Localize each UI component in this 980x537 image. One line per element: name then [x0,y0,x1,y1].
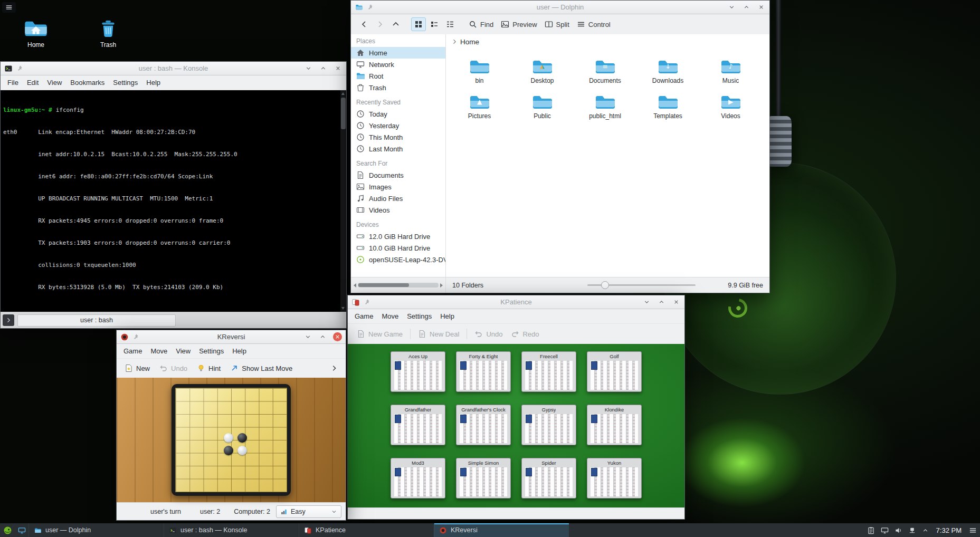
konsole-titlebar[interactable]: user : bash — Konsole [1,62,346,75]
terminal-output[interactable]: linux-gm5u:~ #ifconfig eth0 Link encap:E… [1,90,346,312]
reversi-board[interactable] [172,384,291,496]
tray-expander-icon[interactable] [922,527,929,534]
app-launcher-button[interactable] [0,523,15,537]
clipboard-icon[interactable] [867,526,875,534]
folder-bin[interactable]: bin [448,59,511,94]
desktop-icon-home[interactable]: Home [15,19,56,49]
folder-grid[interactable]: bin Desktop ≡Documents ↓Downloads ♪Music… [446,49,769,277]
menu-bookmarks[interactable]: Bookmarks [66,76,109,89]
new-deal-button[interactable]: New Deal [414,327,463,341]
taskbar-task-konsole[interactable]: user : bash — Konsole [164,523,299,537]
minimize-button[interactable] [642,298,651,306]
menu-file[interactable]: File [3,76,23,89]
up-button[interactable] [388,17,404,31]
search-documents[interactable]: Documents [351,169,445,181]
places-root[interactable]: Root [351,70,445,82]
menu-settings[interactable]: Settings [195,345,228,357]
folder-videos[interactable]: ▶Videos [699,94,762,129]
menu-game[interactable]: Game [119,345,146,357]
maximize-button[interactable] [318,332,327,341]
close-button[interactable] [757,3,766,12]
breadcrumb-home[interactable]: Home [460,38,479,46]
menu-settings[interactable]: Settings [403,310,436,322]
new-button[interactable]: New [121,361,154,375]
menu-settings[interactable]: Settings [109,76,142,89]
menu-edit[interactable]: Edit [23,76,43,89]
game-tile-freecell[interactable]: Freecell [521,351,576,392]
icons-view-button[interactable] [411,17,426,31]
game-tile-grandfathers-clock[interactable]: Grandfather's Clock [456,405,511,445]
new-game-button[interactable]: New Game [353,327,406,341]
hint-button[interactable]: Hint [193,361,224,375]
show-desktop-button[interactable] [15,523,28,537]
pin-icon[interactable] [364,299,371,306]
scrollbar-thumb[interactable] [358,283,409,287]
scroll-right-arrow[interactable] [440,283,443,287]
forward-button[interactable] [372,17,388,31]
scroll-up-arrow[interactable] [341,92,345,95]
pin-icon[interactable] [16,65,24,72]
folder-music[interactable]: ♪Music [699,59,762,94]
zoom-slider-handle[interactable] [601,281,609,289]
find-button[interactable]: Find [465,17,497,31]
desktop-icon-trash[interactable]: Trash [88,19,129,49]
desktop-toolbox-icon[interactable] [2,2,16,13]
menu-view[interactable]: View [43,76,66,89]
konsole-tab[interactable]: user : bash [17,314,176,327]
breadcrumb[interactable]: Home [446,34,769,49]
menu-help[interactable]: Help [228,345,251,357]
minimize-button[interactable] [727,3,736,12]
folder-public[interactable]: Public [511,94,574,129]
details-view-button[interactable] [443,17,458,31]
minimize-button[interactable] [303,332,312,341]
places-trash[interactable]: Trash [351,82,445,93]
search-videos[interactable]: Videos [351,204,445,216]
folder-public-html[interactable]: public_html [574,94,636,129]
game-tile-simple-simon[interactable]: Simple Simon [456,458,511,498]
split-button[interactable]: Split [541,17,573,31]
places-home[interactable]: Home [351,47,445,59]
volume-icon[interactable] [895,526,902,534]
places-network[interactable]: Network [351,59,445,70]
close-button[interactable] [333,332,342,341]
close-button[interactable] [672,298,681,306]
control-button[interactable]: Control [573,17,614,31]
minimize-button[interactable] [304,64,313,73]
game-tile-mod3[interactable]: Mod3 [391,458,445,498]
scroll-down-arrow[interactable] [341,307,345,310]
recent-last-month[interactable]: Last Month [351,143,445,155]
undo-button[interactable]: Undo [156,361,191,375]
game-tile-yukon[interactable]: Yukon [587,458,642,498]
search-audio-files[interactable]: Audio Files [351,193,445,204]
menu-move[interactable]: Move [146,345,172,357]
game-tile-gypsy[interactable]: Gypsy [521,405,576,445]
folder-pictures[interactable]: ▲Pictures [448,94,511,129]
menu-move[interactable]: Move [377,310,403,322]
folder-downloads[interactable]: ↓Downloads [636,59,699,94]
zoom-slider[interactable] [587,277,696,293]
search-images[interactable]: Images [351,181,445,193]
menu-view[interactable]: View [172,345,195,357]
maximize-button[interactable] [742,3,751,12]
taskbar-task-kreversi[interactable]: KReversi [434,523,569,537]
folder-templates[interactable]: Templates [636,94,699,129]
game-tile-klondike[interactable]: Klondike [587,405,642,445]
game-tile-golf[interactable]: Golf [587,351,642,392]
close-button[interactable] [334,64,342,73]
dolphin-titlebar[interactable]: user — Dolphin [351,1,769,14]
game-tile-aces-up[interactable]: Aces Up [391,351,445,392]
preview-button[interactable]: Preview [497,17,540,31]
maximize-button[interactable] [657,298,666,306]
device-hard-drive-12[interactable]: 12.0 GiB Hard Drive [351,231,445,242]
kreversi-titlebar[interactable]: KReversi [117,330,346,344]
new-tab-button[interactable] [3,314,14,326]
recent-this-month[interactable]: This Month [351,131,445,143]
toolbar-overflow-chevron[interactable] [327,362,341,375]
pin-icon[interactable] [367,4,374,11]
device-dvd[interactable]: openSUSE-Leap-42.3-DVD [351,254,445,265]
menu-help[interactable]: Help [142,76,165,89]
scrollbar-track[interactable] [358,283,439,287]
device-hard-drive-10[interactable]: 10.0 GiB Hard Drive [351,242,445,254]
folder-desktop[interactable]: Desktop [511,59,574,94]
menu-help[interactable]: Help [436,310,459,322]
